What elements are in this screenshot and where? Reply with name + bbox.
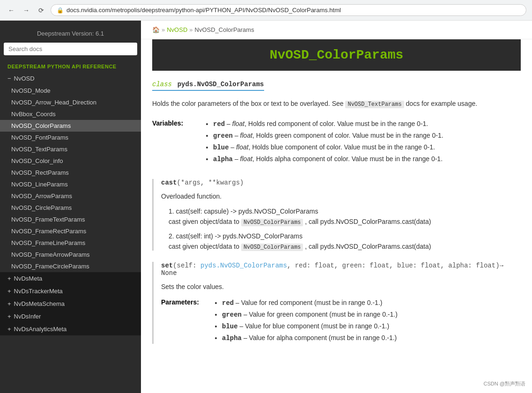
sidebar-item-nvosd-framerectparams[interactable]: NvOSD_FrameRectParams: [0, 225, 141, 237]
method-cast: cast(*args, **kwargs) Overloaded functio…: [152, 179, 521, 250]
params-list: red – Value for red component (must be i…: [213, 297, 521, 344]
nvdsmetaschema-toggle-icon: +: [7, 300, 11, 307]
class-definition: class pyds.NvOSD_ColorParams: [152, 80, 264, 91]
sidebar-item-nvosd-fontparams[interactable]: NvOSD_FontParams: [0, 132, 141, 143]
address-bar[interactable]: 🔒 docs.nvidia.com/metropolis/deepstream/…: [51, 4, 526, 16]
nvdstrackermeta-toggle-icon: +: [7, 288, 11, 295]
variable-alpha: alpha – float, Holds alpha component of …: [213, 154, 521, 165]
cast-signature: cast(*args, **kwargs): [161, 179, 521, 186]
sidebar-item-nvosd-arrowparams[interactable]: NvOSD_ArrowParams: [0, 190, 141, 202]
cast-desc-2: cast given object/data to NvOSD_ColorPar…: [169, 243, 521, 251]
variables-list: red – float, Holds red component of colo…: [204, 119, 521, 165]
params-section: Parameters: red – Value for red componen…: [161, 297, 521, 344]
browser-bar: ← → ⟳ 🔒 docs.nvidia.com/metropolis/deeps…: [0, 0, 532, 21]
param-alpha: alpha – Value for alpha component (must …: [222, 333, 521, 344]
lock-icon: 🔒: [57, 7, 64, 14]
nvdsmetaschema-label: NvDsMetaSchema: [14, 300, 65, 307]
forward-button[interactable]: →: [21, 5, 32, 16]
description-suffix: docs for example usage.: [406, 100, 478, 107]
main-layout: Deepstream Version: 6.1 DEEPSTREAM PYTHO…: [0, 21, 532, 393]
content-area: 🏠 » NvOSD » NvOSD_ColorParams NvOSD_Colo…: [141, 21, 532, 393]
set-description: Sets the color values.: [161, 282, 521, 292]
params-label: Parameters:: [161, 297, 213, 344]
sidebar-group-nvosd[interactable]: − NvOSD: [0, 72, 141, 85]
reload-button[interactable]: ⟳: [36, 5, 47, 16]
sidebar-item-nvosd-lineparams[interactable]: NvOSD_LineParams: [0, 178, 141, 190]
cast-description: Overloaded function.: [161, 191, 521, 201]
sidebar-item-nvosd-framelineparams[interactable]: NvOSD_FrameLineParams: [0, 237, 141, 249]
page-title: NvOSD_ColorParams: [270, 48, 404, 62]
variable-green: green – float, Holds green component of …: [213, 130, 521, 142]
nvdsanalyticsmeta-label: NvDsAnalyticsMeta: [14, 326, 67, 333]
sidebar-item-nvosd-mode[interactable]: NvOSD_Mode: [0, 85, 141, 96]
sidebar-item-nvosd-colorparams[interactable]: NvOSD_ColorParams: [0, 120, 141, 132]
sidebar-version: Deepstream Version: 6.1: [0, 21, 141, 43]
nvdsmeta-label: NvDsMeta: [14, 275, 43, 282]
sidebar-item-nvbbox-coords[interactable]: NvBbox_Coords: [0, 108, 141, 120]
sidebar-item-nvosd-framecircleparams[interactable]: NvOSD_FrameCircleParams: [0, 260, 141, 272]
breadcrumb-current: NvOSD_ColorParams: [195, 26, 254, 33]
sidebar-group-nvdsmeta[interactable]: + NvDsMeta: [0, 272, 141, 285]
nvdstrackermeta-label: NvDsTrackerMeta: [14, 288, 63, 295]
variables-label: Variables:: [152, 119, 204, 165]
sidebar-item-nvosd-frametextparams[interactable]: NvOSD_FrameTextParams: [0, 214, 141, 225]
sidebar-group-nvdsmetaschema[interactable]: + NvDsMetaSchema: [0, 297, 141, 310]
cast-desc-1: cast given object/data to NvOSD_ColorPar…: [169, 218, 521, 226]
sidebar-item-nvosd-framearrowparams[interactable]: NvOSD_FrameArrowParams: [0, 249, 141, 260]
param-blue: blue – Value for blue component (must be…: [222, 321, 521, 333]
class-full-name: pyds.NvOSD_ColorParams: [177, 81, 264, 88]
param-red: red – Value for red component (must be i…: [222, 297, 521, 309]
sidebar-item-nvosd-circleparams[interactable]: NvOSD_CircleParams: [0, 202, 141, 214]
url-text: docs.nvidia.com/metropolis/deepstream/py…: [66, 7, 341, 14]
nvdsinfer-toggle-icon: +: [7, 313, 11, 320]
page-title-banner: NvOSD_ColorParams: [152, 39, 521, 71]
description-text: Holds the color parameters of the box or…: [152, 100, 344, 107]
variable-blue: blue – float, Holds blue component of co…: [213, 142, 521, 154]
search-input[interactable]: [4, 43, 137, 55]
sidebar: Deepstream Version: 6.1 DEEPSTREAM PYTHO…: [0, 21, 141, 393]
method-set: set(self: pyds.NvOSD_ColorParams, red: f…: [152, 262, 521, 344]
breadcrumb-sep2: »: [189, 26, 192, 33]
back-button[interactable]: ←: [6, 5, 17, 16]
class-description: Holds the color parameters of the box or…: [152, 98, 521, 109]
class-keyword: class: [152, 81, 172, 88]
watermark: CSDN @㸃声㸃语: [482, 379, 527, 388]
sidebar-item-nvosd-rectparams[interactable]: NvOSD_RectParams: [0, 167, 141, 178]
breadcrumb-sep1: »: [162, 26, 165, 33]
nvdsanalyticsmeta-toggle-icon: +: [7, 326, 11, 333]
sidebar-group-nvdsanalyticsmeta[interactable]: + NvDsAnalyticsMeta: [0, 323, 141, 335]
sidebar-group-nvdstrackermeta[interactable]: + NvDsTrackerMeta: [0, 285, 141, 297]
sidebar-item-nvosd-arrow-head[interactable]: NvOSD_Arrow_Head_Direction: [0, 96, 141, 108]
sidebar-item-nvosd-color-info[interactable]: NvOSD_Color_info: [0, 155, 141, 167]
breadcrumb: 🏠 » NvOSD » NvOSD_ColorParams: [141, 21, 532, 39]
variable-red: red – float, Holds red component of colo…: [213, 119, 521, 130]
content-body: class pyds.NvOSD_ColorParams Holds the c…: [141, 80, 532, 374]
nvosd-label: NvOSD: [14, 75, 35, 82]
home-icon[interactable]: 🏠: [152, 26, 160, 33]
cast-overload-1: 1. cast(self: capsule) -> pyds.NvOSD_Col…: [169, 208, 521, 215]
nvdsmeta-toggle-icon: +: [7, 275, 11, 282]
description-code-ref: NvOSD_TextParams: [345, 101, 404, 108]
sidebar-item-nvosd-textparams[interactable]: NvOSD_TextParams: [0, 143, 141, 155]
variables-section: Variables: red – float, Holds red compon…: [152, 119, 521, 165]
breadcrumb-nvosd[interactable]: NvOSD: [167, 26, 187, 33]
cast-overload-2: 2. cast(self: int) -> pyds.NvOSD_ColorPa…: [169, 232, 521, 240]
sidebar-group-nvdsinfer[interactable]: + NvDsInfer: [0, 310, 141, 323]
set-signature: set(self: pyds.NvOSD_ColorParams, red: f…: [161, 262, 521, 277]
nvdsinfer-label: NvDsInfer: [14, 313, 41, 320]
param-green: green – Value for green component (must …: [222, 309, 521, 321]
nvosd-toggle-icon: −: [7, 75, 11, 82]
sidebar-section-title: DEEPSTREAM PYTHON API REFERENCE: [0, 59, 141, 72]
